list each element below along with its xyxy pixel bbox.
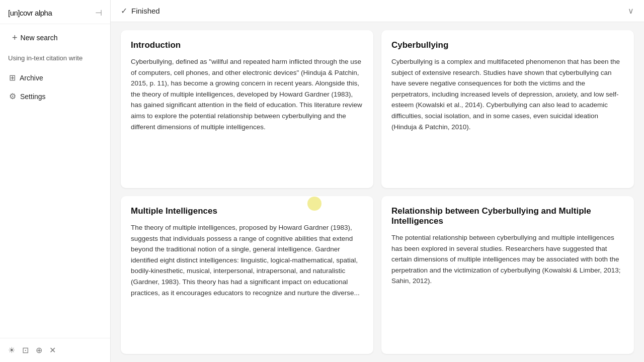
- plus-icon: +: [12, 33, 18, 42]
- card-multiple-intelligences-title: Multiple Intelligences: [131, 206, 363, 216]
- logo: [un]covr alpha: [8, 9, 52, 17]
- sidebar-item-settings-label: Settings: [20, 93, 46, 101]
- settings-icon: ⚙: [9, 92, 16, 101]
- brightness-icon[interactable]: ☀: [8, 345, 15, 355]
- new-search-label: New search: [21, 34, 58, 42]
- current-search-label: Using in-text citation write: [0, 51, 110, 67]
- sidebar-collapse-button[interactable]: ⊣: [93, 7, 104, 19]
- new-search-button[interactable]: + New search: [6, 29, 104, 46]
- card-introduction: Introduction Cyberbullying, defined as "…: [121, 30, 373, 188]
- sidebar-item-settings[interactable]: ⚙ Settings: [4, 87, 106, 105]
- sidebar-header: [un]covr alpha ⊣: [0, 0, 110, 24]
- finished-bar[interactable]: ✓ Finished ∨: [111, 0, 644, 22]
- sidebar-footer: ☀ ⊡ ⊕ ✕: [0, 338, 110, 362]
- card-relationship: Relationship between Cyberbullying and M…: [381, 196, 634, 354]
- card-multiple-intelligences: Multiple Intelligences The theory of mul…: [121, 196, 373, 354]
- main-content: ✓ Finished ∨ Introduction Cyberbullying,…: [111, 0, 644, 362]
- sidebar: [un]covr alpha ⊣ + New search Using in-t…: [0, 0, 111, 362]
- sidebar-nav: ⊞ Archive ⚙ Settings: [0, 67, 110, 107]
- card-introduction-title: Introduction: [131, 40, 363, 50]
- card-cyberbullying-body: Cyberbullying is a complex and multiface…: [391, 56, 624, 132]
- check-icon: ✓: [121, 6, 127, 16]
- close-icon[interactable]: ✕: [49, 345, 56, 355]
- chevron-down-icon[interactable]: ∨: [628, 6, 634, 16]
- help-icon[interactable]: ⊕: [36, 345, 42, 355]
- sidebar-item-archive[interactable]: ⊞ Archive: [4, 69, 106, 86]
- card-multiple-intelligences-body: The theory of multiple intelligences, pr…: [131, 222, 363, 298]
- finished-label: Finished: [131, 7, 160, 15]
- card-cyberbullying: Cyberbullying Cyberbullying is a complex…: [381, 30, 634, 188]
- card-relationship-title: Relationship between Cyberbullying and M…: [391, 206, 624, 226]
- card-introduction-body: Cyberbullying, defined as "willful and r…: [131, 56, 363, 132]
- add-box-icon[interactable]: ⊡: [22, 345, 29, 355]
- card-cyberbullying-title: Cyberbullying: [391, 40, 624, 50]
- sidebar-item-archive-label: Archive: [20, 74, 43, 82]
- card-relationship-body: The potential relationship between cyber…: [391, 232, 624, 287]
- cards-grid: Introduction Cyberbullying, defined as "…: [111, 22, 644, 362]
- logo-text: [un]: [8, 9, 20, 17]
- archive-icon: ⊞: [9, 73, 16, 82]
